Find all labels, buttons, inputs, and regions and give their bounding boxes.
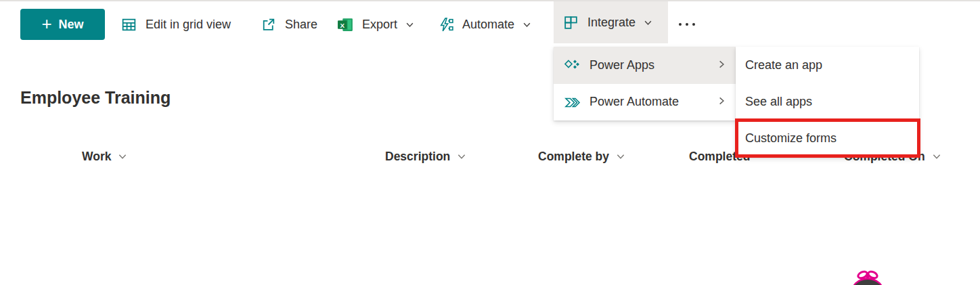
power-apps-icon [563, 56, 581, 74]
menu-item-label: Power Apps [589, 58, 654, 72]
chevron-down-icon [932, 150, 941, 165]
column-label: Complete by [538, 150, 609, 164]
integrate-icon [562, 14, 579, 31]
column-header-description[interactable]: Description [385, 148, 466, 165]
plus-icon: + [41, 15, 51, 32]
new-button[interactable]: + New [20, 9, 105, 40]
edit-in-grid-view-label: Edit in grid view [146, 18, 231, 32]
grid-view-icon [120, 16, 137, 33]
chevron-down-icon [522, 18, 531, 32]
column-header-work[interactable]: Work [82, 148, 127, 165]
column-label: Work [82, 150, 111, 164]
column-header-complete-by[interactable]: Complete by [538, 148, 625, 165]
svg-text:X: X [340, 21, 345, 28]
page-title: Employee Training [20, 88, 171, 108]
menu-item-power-apps[interactable]: Power Apps [554, 47, 736, 84]
column-label: Description [385, 150, 450, 164]
chevron-down-icon [405, 18, 414, 32]
power-apps-submenu: Create an app See all apps Customize for… [736, 47, 919, 157]
power-automate-icon [563, 93, 581, 111]
menu-item-label: See all apps [745, 95, 812, 109]
chevron-down-icon [457, 150, 466, 165]
integrate-button[interactable]: Integrate [554, 1, 668, 43]
automate-icon [437, 16, 454, 33]
chevron-down-icon [644, 16, 652, 30]
automate-label: Automate [462, 18, 514, 32]
menu-item-label: Create an app [745, 58, 822, 72]
export-label: Export [362, 18, 397, 32]
menu-item-power-automate[interactable]: Power Automate [554, 84, 736, 121]
share-button[interactable]: Share [260, 9, 317, 40]
menu-item-label: Customize forms [745, 131, 837, 146]
integrate-menu: Power Apps Power Automate [554, 47, 736, 120]
more-commands-button[interactable] [677, 9, 698, 40]
chevron-right-icon [717, 58, 726, 72]
chevron-right-icon [717, 95, 726, 109]
integrate-label: Integrate [587, 16, 636, 30]
share-label: Share [285, 18, 317, 32]
sharepoint-list-page: + New Edit in grid view Share [0, 0, 980, 285]
gift-illustration [847, 269, 888, 285]
menu-item-label: Power Automate [589, 95, 679, 109]
menu-item-create-an-app[interactable]: Create an app [736, 47, 919, 83]
new-button-label: New [59, 18, 84, 32]
menu-item-customize-forms[interactable]: Customize forms [736, 120, 919, 157]
export-button[interactable]: X Export [337, 9, 414, 40]
chevron-down-icon [118, 150, 127, 165]
top-divider [0, 0, 980, 1]
chevron-down-icon [616, 150, 625, 165]
edit-in-grid-view-button[interactable]: Edit in grid view [120, 9, 231, 40]
automate-button[interactable]: Automate [437, 9, 531, 40]
excel-icon: X [337, 16, 354, 33]
share-icon [260, 16, 277, 33]
more-icon [677, 20, 698, 28]
menu-item-see-all-apps[interactable]: See all apps [736, 83, 919, 120]
